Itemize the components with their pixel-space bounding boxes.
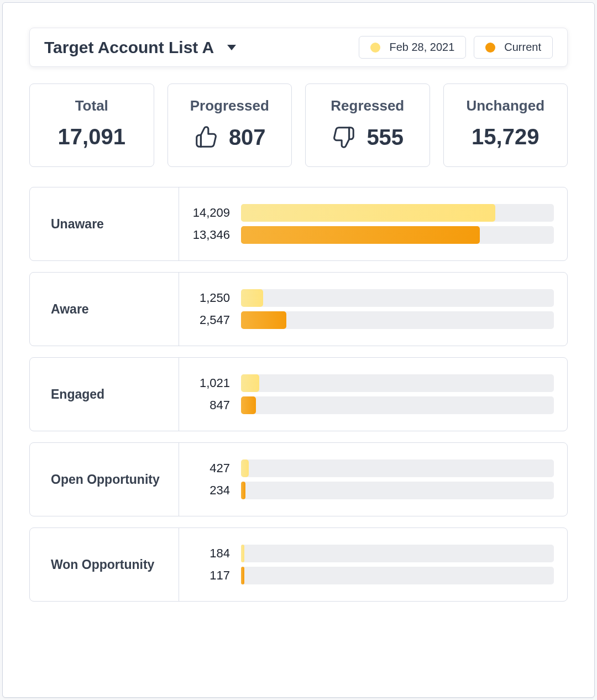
thumbs-down-icon [331,124,357,150]
bar-track [241,567,554,584]
stat-value: 807 [229,125,266,150]
bar-fill-past [241,459,249,477]
bar-track [241,482,554,499]
header-bar: Target Account List A Feb 28, 2021 Curre… [29,28,568,67]
stat-unchanged: Unchanged 15,729 [443,83,568,167]
bar-track [241,226,554,244]
stage-label: Won Opportunity [30,528,179,601]
bar-fill-past [241,289,263,307]
legend-past-pill[interactable]: Feb 28, 2021 [359,36,466,59]
bar-track [241,396,554,414]
bar-row-current: 234 [179,482,554,499]
bar-row-current: 2,547 [179,311,554,329]
bar-row-past: 184 [179,545,554,562]
bar-value: 1,250 [179,291,241,305]
stat-value: 15,729 [472,124,539,149]
stat-label: Progressed [172,97,287,114]
legend-past-label: Feb 28, 2021 [389,41,454,54]
legend-current-pill[interactable]: Current [474,36,553,59]
bar-track [241,204,554,222]
bar-track [241,311,554,329]
stage-bars: 184117 [179,528,567,601]
svg-marker-0 [227,45,236,50]
account-list-dropdown[interactable]: Target Account List A [44,38,351,57]
stage-bars: 1,2502,547 [179,273,567,346]
bar-row-current: 117 [179,567,554,584]
bar-value: 117 [179,568,241,583]
bar-value: 234 [179,483,241,498]
bar-track [241,545,554,562]
legend-current-label: Current [504,41,541,54]
bar-value: 847 [179,398,241,412]
legend-past-swatch [370,43,380,53]
stage-label: Open Opportunity [30,443,179,516]
stage-row: Engaged1,021847 [29,357,568,431]
legend-current-swatch [485,43,495,53]
bar-value: 2,547 [179,313,241,327]
bar-track [241,289,554,307]
dropdown-title: Target Account List A [44,38,214,57]
bar-row-current: 847 [179,396,554,414]
stage-row: Won Opportunity184117 [29,527,568,602]
bar-fill-current [241,567,244,584]
stage-bars: 14,20913,346 [179,187,567,260]
stage-bars: 1,021847 [179,358,567,431]
stat-label: Regressed [310,97,425,114]
bar-value: 13,346 [179,228,241,242]
stage-row: Open Opportunity427234 [29,442,568,516]
bar-value: 14,209 [179,206,241,220]
stat-label: Total [34,97,149,114]
stat-regressed: Regressed 555 [305,83,430,167]
bar-row-past: 1,021 [179,374,554,392]
caret-down-icon [226,44,237,51]
stat-progressed: Progressed 807 [167,83,292,167]
stage-bars: 427234 [179,443,567,516]
stages-list: Unaware14,20913,346Aware1,2502,547Engage… [29,187,568,602]
stage-label: Unaware [30,187,179,260]
bar-track [241,459,554,477]
stage-label: Engaged [30,358,179,431]
bar-fill-current [241,311,286,329]
bar-row-past: 1,250 [179,289,554,307]
bar-value: 1,021 [179,376,241,390]
bar-fill-past [241,545,244,562]
thumbs-up-icon [193,124,219,150]
stat-label: Unchanged [448,97,563,114]
bar-fill-past [241,204,495,222]
bar-track [241,374,554,392]
bar-row-current: 13,346 [179,226,554,244]
bar-row-past: 427 [179,459,554,477]
bar-fill-past [241,374,259,392]
bar-value: 427 [179,461,241,476]
bar-fill-current [241,396,256,414]
stat-value: 555 [366,125,404,150]
bar-value: 184 [179,546,241,561]
stat-total: Total 17,091 [29,83,154,167]
bar-fill-current [241,482,245,499]
bar-row-past: 14,209 [179,204,554,222]
stage-label: Aware [30,273,179,346]
stage-row: Unaware14,20913,346 [29,187,568,261]
stats-row: Total 17,091 Progressed 807 Regressed [29,83,568,167]
stage-row: Aware1,2502,547 [29,272,568,346]
dashboard-panel: Target Account List A Feb 28, 2021 Curre… [2,2,595,698]
bar-fill-current [241,226,480,244]
stat-value: 17,091 [58,124,125,149]
